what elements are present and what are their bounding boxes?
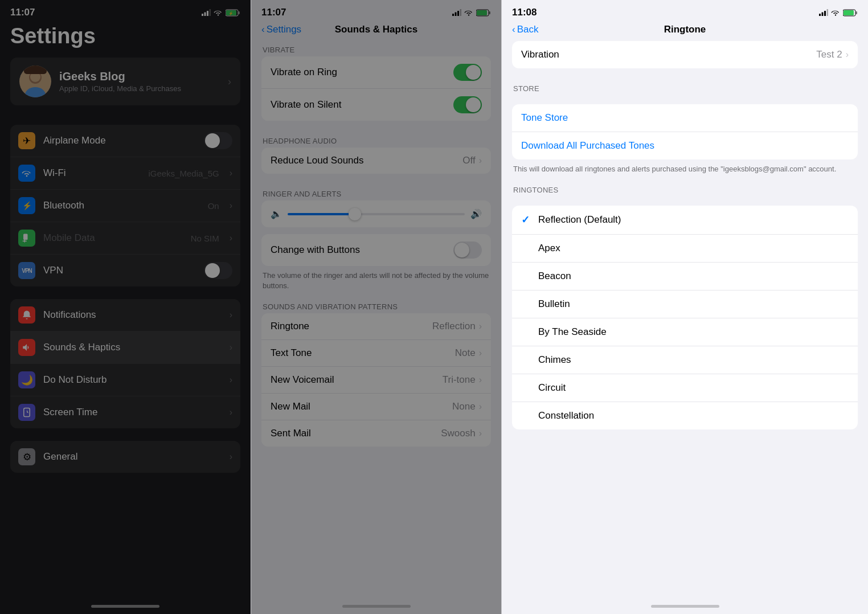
tone-store-item[interactable]: Tone Store — [512, 104, 858, 132]
ringtones-list: ✓ Reflection (Default) Apex Beacon Bulle… — [512, 206, 858, 429]
change-buttons-toggle[interactable] — [453, 241, 482, 259]
sidebar-item-general[interactable]: ⚙ General › — [10, 441, 240, 473]
ringer-slider-track[interactable] — [288, 213, 465, 215]
reduce-loud-item[interactable]: Reduce Loud Sounds Off › — [261, 148, 491, 174]
sidebar-item-airplane[interactable]: ✈ Airplane Mode — [10, 125, 240, 157]
sidebar-item-screentime[interactable]: Screen Time › — [10, 396, 240, 428]
vibrate-ring-toggle[interactable] — [453, 64, 482, 81]
wifi-icon-2 — [464, 9, 473, 16]
settings-section-3: ⚙ General › — [10, 441, 240, 473]
notifications-icon — [18, 306, 35, 324]
ringtones-section-header: RINGTONES — [502, 181, 868, 197]
sidebar-item-notifications[interactable]: Notifications › — [10, 299, 240, 331]
vpn-toggle[interactable] — [204, 262, 232, 279]
ringtone-item-bytheseaside[interactable]: By The Seaside — [512, 318, 858, 346]
bluetooth-label: Bluetooth — [43, 200, 200, 211]
sidebar-item-dnd[interactable]: 🌙 Do Not Disturb › — [10, 364, 240, 396]
ringtone-back-button[interactable]: ‹ Back — [512, 24, 538, 35]
sent-mail-item[interactable]: Sent Mail Swoosh › — [261, 420, 491, 447]
volume-high-icon: 🔊 — [470, 208, 482, 219]
change-buttons-label: Change with Buttons — [271, 244, 453, 256]
sounds-icon — [18, 339, 35, 356]
notifications-label: Notifications — [43, 309, 219, 321]
vibrate-silent-toggle[interactable] — [453, 96, 482, 113]
ringtone-item-constellation[interactable]: Constellation — [512, 402, 858, 429]
ringtone-item-chimes[interactable]: Chimes — [512, 346, 858, 374]
reduce-loud-value: Off — [462, 155, 475, 166]
settings-header: Settings iGeeks Blog Apple ID, iCloud, M… — [0, 22, 251, 112]
ringtone-item[interactable]: Ringtone Reflection › — [261, 313, 491, 340]
notifications-chevron-icon: › — [230, 310, 232, 320]
ringtone-label-beacon: Beacon — [538, 271, 849, 282]
texttone-item[interactable]: Text Tone Note › — [261, 340, 491, 367]
reduce-loud-label: Reduce Loud Sounds — [271, 155, 462, 166]
ringer-settings-list: Change with Buttons — [261, 234, 491, 266]
sounds-back-button[interactable]: ‹ Settings — [261, 24, 301, 35]
ringtone-content: Vibration Test 2 › STORE Tone Store Down… — [502, 41, 868, 598]
ringtone-label-bulletin: Bulletin — [538, 298, 849, 310]
sidebar-item-vpn[interactable]: VPN VPN — [10, 255, 240, 286]
ringtone-panel: 11:08 ‹ Back Ringtone — [501, 0, 868, 614]
status-time-1: 11:07 — [10, 7, 35, 18]
ringtone-item-reflection[interactable]: ✓ Reflection (Default) — [512, 206, 858, 235]
bluetooth-value: On — [208, 201, 219, 211]
ringtone-item-beacon[interactable]: Beacon — [512, 263, 858, 290]
avatar-image — [19, 66, 51, 97]
sidebar-item-bluetooth[interactable]: ⚡ Bluetooth On › — [10, 190, 240, 222]
home-indicator-3 — [502, 598, 868, 614]
home-bar-2 — [342, 605, 411, 608]
ringtone-label-chimes: Chimes — [538, 354, 849, 366]
svg-rect-27 — [827, 9, 829, 16]
ringtone-label-reflection: Reflection (Default) — [538, 214, 849, 226]
profile-row[interactable]: iGeeks Blog Apple ID, iCloud, Media & Pu… — [10, 58, 240, 105]
vibrate-silent-item[interactable]: Vibrate on Silent — [261, 89, 491, 121]
svg-rect-20 — [460, 9, 462, 16]
sounds-content: VIBRATE Vibrate on Ring Vibrate on Silen… — [251, 41, 501, 598]
back-chevron-icon: ‹ — [261, 24, 265, 35]
tone-store-label: Tone Store — [521, 112, 849, 124]
ringtone-label-constellation: Constellation — [538, 410, 849, 421]
vpn-label: VPN — [43, 265, 196, 276]
settings-section-1: ✈ Airplane Mode Wi-Fi iGeeks_Media_5G › … — [10, 125, 240, 286]
download-purchased-item[interactable]: Download All Purchased Tones — [512, 132, 858, 159]
texttone-chevron-icon: › — [479, 348, 482, 358]
vibrate-silent-label: Vibrate on Silent — [271, 99, 453, 110]
svg-text:⚡: ⚡ — [228, 11, 234, 16]
vpn-icon: VPN — [18, 262, 35, 279]
wifi-label: Wi-Fi — [43, 167, 140, 179]
sidebar-item-wifi[interactable]: Wi-Fi iGeeks_Media_5G › — [10, 157, 240, 190]
ringer-slider-thumb[interactable] — [349, 208, 361, 220]
general-label: General — [43, 451, 219, 462]
status-bar-2: 11:07 — [251, 0, 501, 22]
new-mail-item[interactable]: New Mail None › — [261, 394, 491, 420]
change-buttons-note: The volume of the ringer and alerts will… — [251, 266, 501, 298]
ringtone-label-bytheseaside: By The Seaside — [538, 326, 849, 338]
ringer-slider-row: 🔈 🔊 — [261, 200, 491, 227]
svg-rect-6 — [239, 11, 240, 14]
vibrate-section-header: VIBRATE — [251, 41, 501, 56]
volume-low-icon: 🔈 — [271, 208, 282, 219]
sounds-back-label: Settings — [267, 24, 301, 35]
airplane-toggle[interactable] — [204, 132, 232, 149]
sidebar-item-mobile[interactable]: Mobile Data No SIM › — [10, 222, 240, 255]
sounds-nav: ‹ Settings Sounds & Haptics — [251, 22, 501, 41]
ringtone-item-bulletin[interactable]: Bulletin — [512, 290, 858, 318]
profile-subtitle: Apple ID, iCloud, Media & Purchases — [59, 84, 220, 93]
sounds-nav-title: Sounds & Haptics — [335, 24, 417, 35]
new-voicemail-item[interactable]: New Voicemail Tri-tone › — [261, 367, 491, 394]
vibration-label: Vibration — [521, 49, 816, 60]
vibrate-ring-label: Vibrate on Ring — [271, 67, 453, 78]
change-buttons-item[interactable]: Change with Buttons — [261, 234, 491, 266]
profile-chevron-icon: › — [228, 76, 231, 88]
vibrate-ring-item[interactable]: Vibrate on Ring — [261, 56, 491, 89]
sounds-patterns-list: Ringtone Reflection › Text Tone Note › N… — [261, 313, 491, 447]
home-bar-3 — [651, 605, 719, 608]
wifi-icon — [18, 165, 35, 182]
sidebar-item-sounds[interactable]: Sounds & Haptics › — [10, 331, 240, 364]
svg-rect-2 — [207, 11, 208, 16]
vibration-item[interactable]: Vibration Test 2 › — [512, 41, 858, 68]
settings-panel: 11:07 ⚡ Settings — [0, 0, 251, 614]
ringtone-item-apex[interactable]: Apex — [512, 235, 858, 263]
status-icons-2 — [452, 9, 491, 17]
ringtone-item-circuit[interactable]: Circuit — [512, 374, 858, 402]
